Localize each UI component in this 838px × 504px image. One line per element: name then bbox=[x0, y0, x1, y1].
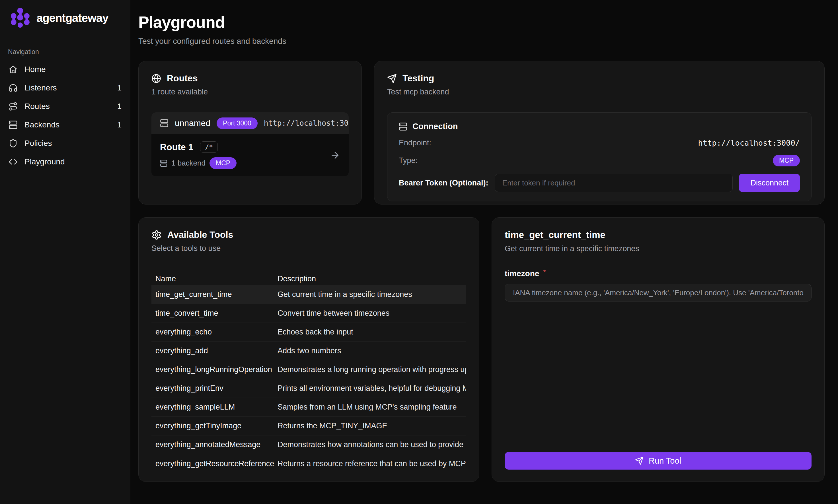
testing-card: Testing Test mcp backend Connection Endp… bbox=[374, 61, 825, 204]
sidebar-item-policies[interactable]: Policies bbox=[4, 134, 125, 152]
nav-section-label: Navigation bbox=[8, 48, 125, 56]
routes-card-title: Routes bbox=[167, 73, 197, 84]
tool-name: everything_getResourceReference bbox=[152, 460, 278, 468]
tool-description: Demonstrates how annotations can be used… bbox=[278, 440, 466, 449]
testing-card-title: Testing bbox=[402, 73, 434, 84]
tool-detail-card: time_get_current_time Get current time i… bbox=[492, 217, 825, 482]
shield-icon bbox=[8, 139, 18, 148]
column-header-description: Description bbox=[278, 274, 466, 283]
tool-description: Prints all environment variables, helpfu… bbox=[278, 384, 466, 393]
table-row-everything-longrunningoperation[interactable]: everything_longRunningOperation Demonstr… bbox=[152, 360, 466, 379]
disconnect-button[interactable]: Disconnect bbox=[739, 174, 800, 192]
table-row-everything-gettinyimage[interactable]: everything_getTinyImage Returns the MCP_… bbox=[152, 417, 466, 435]
sidebar-item-backends[interactable]: Backends 1 bbox=[4, 116, 125, 134]
table-row-everything-add[interactable]: everything_add Adds two numbers bbox=[152, 342, 466, 360]
table-row-everything-samplellm[interactable]: everything_sampleLLM Samples from an LLM… bbox=[152, 398, 466, 417]
tools-table: Name Description time_get_current_time G… bbox=[152, 273, 466, 473]
tool-name: everything_getTinyImage bbox=[152, 421, 278, 430]
route-list: unnamed Port 3000 http://localhost:3000/… bbox=[152, 112, 349, 176]
tool-name: everything_annotatedMessage bbox=[152, 440, 278, 449]
code-icon bbox=[8, 157, 18, 166]
tool-description: Get current time in a specific timezones bbox=[278, 290, 466, 299]
tool-detail-title: time_get_current_time bbox=[505, 230, 811, 240]
table-row-everything-printenv[interactable]: everything_printEnv Prints all environme… bbox=[152, 379, 466, 398]
sidebar-item-label: Backends bbox=[24, 120, 59, 129]
route-name: Route 1 bbox=[160, 142, 193, 152]
gear-icon bbox=[152, 230, 162, 240]
connection-card: Connection Endpoint: http://localhost:30… bbox=[387, 112, 811, 201]
tool-name: everything_longRunningOperation bbox=[152, 365, 278, 374]
route-icon bbox=[8, 102, 18, 111]
listener-row: unnamed Port 3000 http://localhost:3000/ bbox=[152, 112, 349, 134]
bearer-token-label: Bearer Token (Optional): bbox=[399, 179, 488, 187]
tool-description: Demonstrates a long running operation wi… bbox=[278, 365, 466, 374]
type-mcp-badge: MCP bbox=[773, 155, 800, 166]
tool-description: Returns the MCP_TINY_IMAGE bbox=[278, 421, 466, 430]
server-icon bbox=[160, 119, 169, 127]
route-path-chip: /* bbox=[200, 141, 218, 153]
tool-description: Echoes back the input bbox=[278, 328, 466, 337]
tool-description: Convert time between timezones bbox=[278, 309, 466, 318]
arrow-right-icon[interactable] bbox=[330, 150, 340, 160]
tool-name: everything_add bbox=[152, 346, 278, 355]
tool-name: everything_echo bbox=[152, 328, 278, 337]
table-row-time-convert-time[interactable]: time_convert_time Convert time between t… bbox=[152, 304, 466, 323]
page-title: Playground bbox=[138, 13, 825, 32]
route-row[interactable]: Route 1 /* 1 backend MCP bbox=[152, 134, 349, 176]
endpoint-value: http://localhost:3000/ bbox=[698, 139, 800, 147]
tool-name: time_get_current_time bbox=[152, 290, 278, 299]
tool-description: Samples from an LLM using MCP's sampling… bbox=[278, 403, 466, 412]
nav-separator bbox=[4, 178, 125, 178]
app-name: agentgateway bbox=[36, 12, 108, 24]
table-row-time-get-current-time[interactable]: time_get_current_time Get current time i… bbox=[152, 285, 466, 304]
sidebar-item-count: 1 bbox=[117, 102, 122, 111]
server-icon bbox=[8, 120, 18, 129]
globe-icon bbox=[152, 74, 161, 83]
available-tools-card: Available Tools Select a tools to use Na… bbox=[138, 217, 479, 482]
bearer-token-input[interactable] bbox=[495, 174, 733, 192]
sidebar-item-label: Home bbox=[24, 65, 46, 74]
agentgateway-logo-icon bbox=[10, 8, 30, 28]
connection-title: Connection bbox=[413, 122, 458, 131]
tools-card-subtitle: Select a tools to use bbox=[152, 244, 466, 253]
page-subtitle: Test your configured routes and backends bbox=[138, 37, 825, 46]
tools-table-header: Name Description bbox=[152, 273, 466, 285]
listener-url: http://localhost:3000/ bbox=[264, 119, 349, 127]
tool-description: Adds two numbers bbox=[278, 346, 466, 355]
sidebar-item-count: 1 bbox=[117, 121, 122, 129]
required-asterisk: * bbox=[543, 269, 546, 276]
testing-card-subtitle: Test mcp backend bbox=[387, 88, 811, 96]
routes-card: Routes 1 route available unnamed Port 30… bbox=[138, 61, 362, 204]
sidebar-item-home[interactable]: Home bbox=[4, 60, 125, 78]
table-row-everything-annotatedmessage[interactable]: everything_annotatedMessage Demonstrates… bbox=[152, 435, 466, 454]
tool-name: everything_printEnv bbox=[152, 384, 278, 393]
home-icon bbox=[8, 65, 18, 74]
sidebar-item-playground[interactable]: Playground bbox=[4, 153, 125, 171]
listener-name: unnamed bbox=[175, 118, 210, 128]
sidebar-item-label: Policies bbox=[24, 139, 52, 148]
sidebar-item-label: Listeners bbox=[24, 83, 57, 92]
tool-detail-subtitle: Get current time in a specific timezones bbox=[505, 244, 811, 253]
server-icon bbox=[399, 122, 407, 131]
tools-card-title: Available Tools bbox=[168, 230, 233, 240]
run-tool-label: Run Tool bbox=[649, 456, 681, 466]
routes-card-subtitle: 1 route available bbox=[152, 88, 349, 96]
sidebar: agentgateway Navigation Home Listeners 1… bbox=[0, 0, 130, 504]
server-icon bbox=[160, 160, 168, 167]
sidebar-item-listeners[interactable]: Listeners 1 bbox=[4, 79, 125, 97]
tool-name: time_convert_time bbox=[152, 309, 278, 318]
sidebar-item-routes[interactable]: Routes 1 bbox=[4, 97, 125, 115]
run-tool-button[interactable]: Run Tool bbox=[505, 452, 811, 470]
table-row-everything-getresourcereference[interactable]: everything_getResourceReference Returns … bbox=[152, 454, 466, 473]
app-logo[interactable]: agentgateway bbox=[0, 0, 130, 36]
port-badge: Port 3000 bbox=[216, 118, 258, 129]
main-content: Playground Test your configured routes a… bbox=[130, 0, 838, 504]
sidebar-nav: Navigation Home Listeners 1 Routes 1 bbox=[0, 36, 130, 178]
sidebar-item-label: Routes bbox=[24, 102, 50, 111]
endpoint-label: Endpoint: bbox=[399, 139, 431, 147]
table-row-everything-echo[interactable]: everything_echo Echoes back the input bbox=[152, 323, 466, 342]
sidebar-item-count: 1 bbox=[117, 84, 122, 92]
send-icon bbox=[635, 456, 644, 465]
tool-name: everything_sampleLLM bbox=[152, 403, 278, 412]
timezone-input[interactable] bbox=[505, 284, 811, 302]
